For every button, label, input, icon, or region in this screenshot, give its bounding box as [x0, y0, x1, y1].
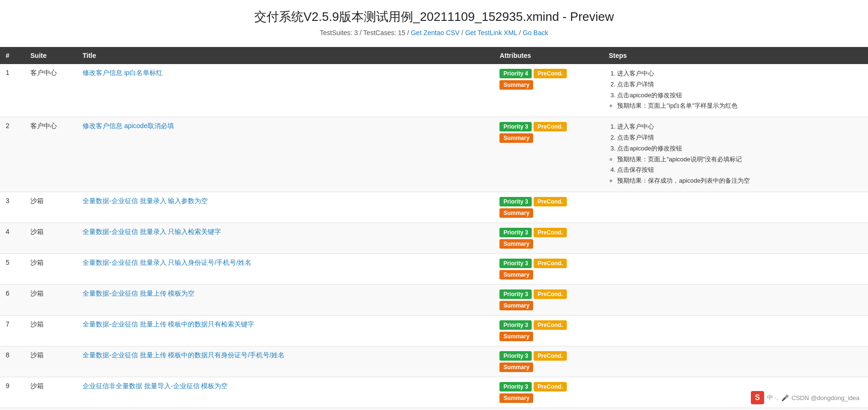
row-title[interactable]: 修改客户信息 apicode取消必填: [77, 117, 494, 192]
badge-priority[interactable]: Priority 3: [499, 259, 532, 268]
row-title[interactable]: 全量数据-企业征信 批量上传 模板中的数据只有身份证号/手机号/姓名: [77, 346, 494, 377]
table-row: 2客户中心修改客户信息 apicode取消必填Priority 3PreCond…: [0, 117, 868, 192]
col-header-suite: Suite: [25, 47, 77, 64]
table-row: 1客户中心修改客户信息 ip白名单标红Priority 4PreCond.Sum…: [0, 64, 868, 117]
row-attributes: Priority 3PreCond.Summary: [494, 253, 603, 284]
page-title: 交付系统V2.5.9版本测试用例_20211109_152935.xmind -…: [0, 9, 868, 25]
title-link[interactable]: 全量数据-企业征信 批量录入 输入参数为空: [83, 197, 208, 205]
row-attributes: Priority 3PreCond.Summary: [494, 192, 603, 223]
row-suite: 沙箱: [25, 315, 77, 346]
row-attributes: Priority 3PreCond.Summary: [494, 315, 603, 346]
row-title[interactable]: 全量数据-企业征信 批量上传 模板中的数据只有检索关键字: [77, 315, 494, 346]
row-title[interactable]: 企业征信非全量数据 批量导入-企业征信 模板中检索关键字为空: [77, 408, 494, 410]
badge-precond[interactable]: PreCond.: [534, 122, 566, 131]
badge-precond[interactable]: PreCond.: [534, 289, 566, 299]
title-link[interactable]: 全量数据-企业征信 批量录入 只输入检索关键字: [83, 228, 221, 235]
row-steps: [603, 192, 868, 223]
link-zentao[interactable]: Get Zentao CSV: [411, 29, 460, 37]
row-suite: 沙箱: [25, 223, 77, 253]
row-suite: 沙箱: [25, 253, 77, 284]
row-attributes: Priority 3PreCond.Summary: [494, 117, 603, 192]
title-link[interactable]: 全量数据-企业征信 批量录入 只输入身份证号/手机号/姓名: [83, 259, 251, 266]
badge-precond[interactable]: PreCond.: [534, 259, 566, 268]
row-num: 3: [0, 192, 25, 223]
badge-priority[interactable]: Priority 3: [499, 382, 532, 391]
row-num: 10: [0, 408, 25, 410]
table-row: 10沙箱企业征信非全量数据 批量导入-企业征信 模板中检索关键字为空Priori…: [0, 408, 868, 410]
row-attributes: Priority 4PreCond.Summary: [494, 64, 603, 117]
table-row: 5沙箱全量数据-企业征信 批量录入 只输入身份证号/手机号/姓名Priority…: [0, 253, 868, 284]
badge-summary[interactable]: Summary: [499, 239, 533, 249]
badge-precond[interactable]: PreCond.: [534, 69, 566, 78]
badge-precond[interactable]: PreCond.: [534, 351, 566, 361]
row-suite: 客户中心: [25, 64, 77, 117]
row-suite: 沙箱: [25, 346, 77, 377]
row-attributes: Priority 3PreCond.Summary: [494, 223, 603, 253]
row-steps: [603, 346, 868, 377]
row-num: 5: [0, 253, 25, 284]
badge-precond[interactable]: PreCond.: [534, 320, 566, 330]
row-title[interactable]: 修改客户信息 ip白名单标红: [77, 64, 494, 117]
badge-priority[interactable]: Priority 3: [499, 197, 532, 206]
row-attributes: Priority 3PreCond.Summary: [494, 377, 603, 408]
badge-summary[interactable]: Summary: [499, 270, 533, 280]
title-link[interactable]: 企业征信非全量数据 批量导入-企业征信 模板为空: [83, 382, 228, 390]
table-row: 8沙箱全量数据-企业征信 批量上传 模板中的数据只有身份证号/手机号/姓名Pri…: [0, 346, 868, 377]
badge-priority[interactable]: Priority 3: [499, 351, 532, 361]
link-testlink[interactable]: Get TestLink XML: [465, 29, 517, 37]
row-num: 9: [0, 377, 25, 408]
badge-priority[interactable]: Priority 3: [499, 122, 532, 131]
title-link[interactable]: 全量数据-企业征信 批量上传 模板为空: [83, 289, 194, 297]
row-steps: 进入客户中心点击客户详情点击apicode的修改按钮预期结果：页面上"ip白名单…: [603, 64, 868, 117]
row-title[interactable]: 企业征信非全量数据 批量导入-企业征信 模板为空: [77, 377, 494, 408]
col-header-title: Title: [77, 47, 494, 64]
badge-summary[interactable]: Summary: [499, 363, 533, 372]
table-row: 4沙箱全量数据-企业征信 批量录入 只输入检索关键字Priority 3PreC…: [0, 223, 868, 253]
badge-summary[interactable]: Summary: [499, 393, 533, 403]
title-link[interactable]: 全量数据-企业征信 批量上传 模板中的数据只有检索关键字: [83, 320, 254, 328]
row-steps: [603, 377, 868, 408]
row-suite: 沙箱: [25, 192, 77, 223]
row-steps: [603, 284, 868, 315]
link-back[interactable]: Go Back: [523, 29, 548, 37]
title-link[interactable]: 修改客户信息 ip白名单标红: [83, 69, 163, 76]
row-attributes: Priority 3PreCond.Summary: [494, 284, 603, 315]
badge-summary[interactable]: Summary: [499, 208, 533, 218]
badge-summary[interactable]: Summary: [499, 80, 533, 90]
title-link[interactable]: 全量数据-企业征信 批量上传 模板中的数据只有身份证号/手机号/姓名: [83, 351, 285, 359]
badge-summary[interactable]: Summary: [499, 133, 533, 143]
row-title[interactable]: 全量数据-企业征信 批量录入 输入参数为空: [77, 192, 494, 223]
row-title[interactable]: 全量数据-企业征信 批量录入 只输入检索关键字: [77, 223, 494, 253]
row-title[interactable]: 全量数据-企业征信 批量上传 模板为空: [77, 284, 494, 315]
row-steps: [603, 408, 868, 410]
table-row: 6沙箱全量数据-企业征信 批量上传 模板为空Priority 3PreCond.…: [0, 284, 868, 315]
row-num: 7: [0, 315, 25, 346]
badge-priority[interactable]: Priority 3: [499, 289, 532, 299]
badge-priority[interactable]: Priority 3: [499, 228, 532, 237]
badge-summary[interactable]: Summary: [499, 332, 533, 341]
row-steps: [603, 315, 868, 346]
badge-priority[interactable]: Priority 3: [499, 320, 532, 330]
row-num: 6: [0, 284, 25, 315]
row-title[interactable]: 全量数据-企业征信 批量录入 只输入身份证号/手机号/姓名: [77, 253, 494, 284]
row-steps: [603, 223, 868, 253]
row-num: 2: [0, 117, 25, 192]
table-row: 3沙箱全量数据-企业征信 批量录入 输入参数为空Priority 3PreCon…: [0, 192, 868, 223]
col-header-steps: Steps: [603, 47, 868, 64]
badge-summary[interactable]: Summary: [499, 301, 533, 310]
row-suite: 沙箱: [25, 408, 77, 410]
badge-precond[interactable]: PreCond.: [534, 197, 566, 206]
row-num: 8: [0, 346, 25, 377]
main-table: # Suite Title Attributes Steps 1客户中心修改客户…: [0, 47, 868, 410]
row-num: 4: [0, 223, 25, 253]
row-num: 1: [0, 64, 25, 117]
title-link[interactable]: 修改客户信息 apicode取消必填: [83, 122, 174, 130]
row-suite: 沙箱: [25, 377, 77, 408]
badge-precond[interactable]: PreCond.: [534, 382, 566, 391]
table-header-row: # Suite Title Attributes Steps: [0, 47, 868, 64]
badge-priority[interactable]: Priority 4: [499, 69, 532, 78]
row-attributes: Priority 3PreCond.Summary: [494, 408, 603, 410]
sep1: /: [462, 29, 465, 37]
badge-precond[interactable]: PreCond.: [534, 228, 566, 237]
col-header-attributes: Attributes: [494, 47, 603, 64]
